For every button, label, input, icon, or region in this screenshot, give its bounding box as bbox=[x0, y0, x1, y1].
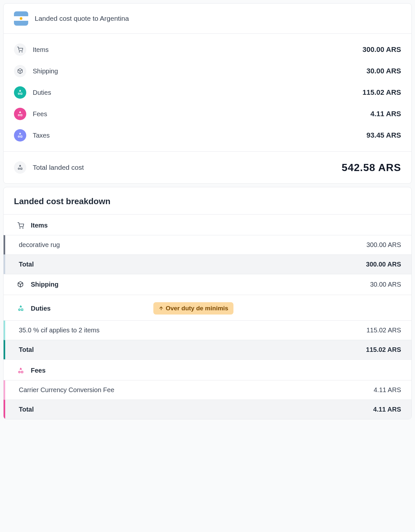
breakdown-duties-line: 35.0 % cif applies to 2 items 115.02 ARS bbox=[4, 320, 411, 340]
summary-row-taxes: Taxes 93.45 ARS bbox=[14, 125, 401, 146]
duties-total-label: Total bbox=[19, 346, 34, 353]
shapes-icon bbox=[17, 305, 24, 312]
shapes-icon bbox=[14, 108, 26, 120]
quote-title: Landed cost quote to Argentina bbox=[35, 15, 129, 22]
items-label: Items bbox=[33, 46, 49, 54]
duties-label: Duties bbox=[33, 89, 51, 96]
breakdown-title: Landed cost breakdown bbox=[14, 196, 401, 206]
breakdown-fees-total: Total 4.11 ARS bbox=[4, 400, 411, 419]
svg-point-12 bbox=[23, 228, 23, 228]
svg-point-9 bbox=[18, 168, 20, 170]
quote-summary: Items 300.00 ARS Shipping 30.00 ARS Duti… bbox=[4, 34, 411, 151]
items-heading-label: Items bbox=[31, 222, 48, 229]
total-value: 542.58 ARS bbox=[342, 162, 401, 174]
breakdown-fees-line: Carrier Currency Conversion Fee 4.11 ARS bbox=[4, 380, 411, 400]
shipping-heading-value: 30.00 ARS bbox=[370, 281, 401, 288]
fees-total-value: 4.11 ARS bbox=[373, 406, 401, 413]
quote-header: Landed cost quote to Argentina bbox=[4, 4, 411, 34]
breakdown-items-line: decorative rug 300.00 ARS bbox=[4, 235, 411, 254]
shipping-heading-label: Shipping bbox=[31, 281, 59, 288]
svg-rect-18 bbox=[21, 371, 23, 373]
svg-point-1 bbox=[22, 52, 22, 52]
breakdown-header: Landed cost breakdown bbox=[4, 187, 411, 215]
argentina-flag-icon bbox=[14, 11, 28, 26]
fees-heading-label: Fees bbox=[31, 367, 46, 374]
svg-rect-6 bbox=[21, 115, 22, 116]
duties-value: 115.02 ARS bbox=[362, 88, 401, 97]
total-section: Total landed cost 542.58 ARS bbox=[4, 151, 411, 183]
items-total-label: Total bbox=[19, 261, 34, 268]
box-icon bbox=[14, 65, 26, 77]
svg-rect-4 bbox=[21, 93, 22, 95]
items-value: 300.00 ARS bbox=[362, 45, 401, 54]
duty-line-label: 35.0 % cif applies to 2 items bbox=[19, 327, 100, 334]
shipping-value: 30.00 ARS bbox=[366, 67, 401, 75]
svg-rect-10 bbox=[21, 168, 22, 170]
shapes-icon bbox=[14, 161, 26, 174]
duty-line-value: 115.02 ARS bbox=[366, 327, 401, 334]
fees-value: 4.11 ARS bbox=[370, 110, 401, 118]
item-name: decorative rug bbox=[19, 241, 60, 249]
svg-point-5 bbox=[18, 115, 20, 116]
breakdown-fees-heading: Fees bbox=[4, 359, 411, 380]
de-minimis-badge: Over duty de minimis bbox=[153, 302, 233, 315]
summary-row-shipping: Shipping 30.00 ARS bbox=[14, 60, 401, 82]
cart-icon bbox=[17, 222, 24, 229]
svg-point-7 bbox=[18, 136, 20, 138]
breakdown-shipping-row: Shipping 30.00 ARS bbox=[4, 274, 411, 295]
shipping-label: Shipping bbox=[33, 68, 58, 75]
total-label: Total landed cost bbox=[33, 164, 84, 171]
svg-point-17 bbox=[18, 371, 20, 373]
duties-heading-label: Duties bbox=[31, 305, 51, 312]
svg-point-3 bbox=[18, 93, 20, 95]
arrow-up-icon bbox=[159, 306, 164, 311]
breakdown-items-total: Total 300.00 ARS bbox=[4, 254, 411, 274]
svg-point-0 bbox=[19, 52, 20, 52]
box-icon bbox=[17, 281, 24, 288]
summary-row-fees: Fees 4.11 ARS bbox=[14, 103, 401, 125]
cart-icon bbox=[14, 43, 26, 56]
badge-text: Over duty de minimis bbox=[166, 305, 228, 312]
fees-label: Fees bbox=[33, 110, 47, 118]
breakdown-duties-heading: Duties Over duty de minimis bbox=[4, 295, 411, 320]
landed-cost-breakdown-card: Landed cost breakdown Items decorative r… bbox=[3, 187, 412, 419]
svg-rect-15 bbox=[21, 309, 23, 311]
breakdown-items-heading: Items bbox=[4, 215, 411, 235]
taxes-value: 93.45 ARS bbox=[366, 131, 401, 140]
summary-row-items: Items 300.00 ARS bbox=[14, 39, 401, 60]
svg-rect-8 bbox=[21, 136, 22, 138]
fee-line-label: Carrier Currency Conversion Fee bbox=[19, 386, 114, 394]
items-total-value: 300.00 ARS bbox=[366, 261, 401, 268]
shapes-icon bbox=[14, 129, 26, 142]
shapes-icon bbox=[17, 367, 24, 374]
svg-point-11 bbox=[20, 228, 20, 228]
item-value: 300.00 ARS bbox=[366, 241, 401, 249]
fee-line-value: 4.11 ARS bbox=[374, 386, 401, 394]
shapes-icon bbox=[14, 86, 26, 99]
svg-point-14 bbox=[18, 309, 20, 311]
duties-total-value: 115.02 ARS bbox=[366, 346, 401, 353]
taxes-label: Taxes bbox=[33, 132, 50, 139]
landed-cost-quote-card: Landed cost quote to Argentina Items 300… bbox=[3, 3, 412, 184]
fees-total-label: Total bbox=[19, 406, 34, 413]
summary-row-duties: Duties 115.02 ARS bbox=[14, 82, 401, 103]
breakdown-duties-total: Total 115.02 ARS bbox=[4, 340, 411, 359]
